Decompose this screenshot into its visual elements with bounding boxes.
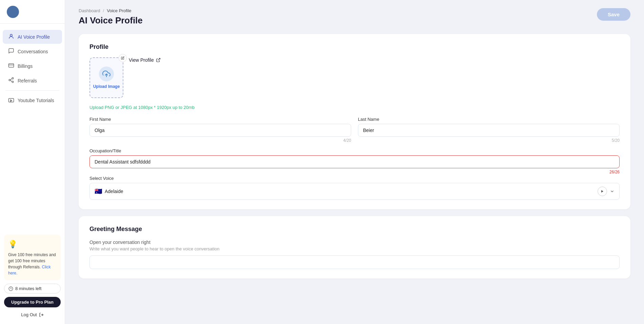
breadcrumb: Dashboard / Voice Profile <box>79 8 630 13</box>
edit-image-button[interactable] <box>119 54 127 62</box>
person-icon <box>8 33 14 40</box>
profile-card: Profile Upload Image <box>79 34 630 209</box>
chat-icon <box>8 48 14 55</box>
sidebar-logo <box>0 0 65 24</box>
share-icon <box>8 77 14 84</box>
greeting-card: Greeting Message Open your conversation … <box>79 216 630 279</box>
breadcrumb-current: Voice Profile <box>107 8 131 13</box>
greeting-hint: Write what you want people to hear to op… <box>89 246 620 251</box>
occupation-input[interactable] <box>89 155 620 168</box>
voice-right <box>598 187 615 196</box>
voice-label: Select Voice <box>89 176 620 181</box>
sidebar-item-label: Youtube Tutorials <box>18 98 54 103</box>
promo-card: 💡 Give 100 free minutes and get 100 free… <box>4 234 61 280</box>
first-name-label: First Name <box>89 117 351 122</box>
voice-flag: 🇦🇺 <box>95 188 102 195</box>
occupation-char-count: 26/26 <box>89 170 620 174</box>
voice-group: Select Voice 🇦🇺 Adelaide <box>89 176 620 200</box>
greeting-input[interactable] <box>89 255 620 269</box>
play-voice-button[interactable] <box>598 187 607 196</box>
external-link-icon <box>156 58 161 62</box>
voice-name: Adelaide <box>105 189 123 194</box>
time-badge: 8 minutes left <box>4 284 61 293</box>
sidebar-item-label: AI Voice Profile <box>18 34 50 40</box>
sidebar-item-billings[interactable]: Billings <box>3 59 62 73</box>
first-name-input[interactable] <box>89 124 351 137</box>
page-title: AI Voice Profile <box>79 15 630 26</box>
breadcrumb-home[interactable]: Dashboard <box>79 8 100 13</box>
sidebar-item-ai-voice-profile[interactable]: AI Voice Profile <box>3 30 62 44</box>
sidebar-nav: AI Voice Profile Conversations Billings <box>0 24 65 229</box>
save-button[interactable]: Save <box>597 8 630 21</box>
cloud-upload-icon <box>99 66 114 81</box>
voice-left: 🇦🇺 Adelaide <box>95 188 123 195</box>
sidebar-item-label: Conversations <box>18 49 48 54</box>
logout-button[interactable]: Log Out <box>4 311 61 319</box>
svg-rect-1 <box>9 64 14 68</box>
greeting-subtitle: Open your conversation right <box>89 240 620 245</box>
logout-icon <box>39 312 44 317</box>
svg-marker-8 <box>11 100 12 101</box>
last-name-input[interactable] <box>358 124 620 137</box>
last-name-group: Last Name 5/20 <box>358 117 620 143</box>
youtube-icon <box>8 97 14 104</box>
sidebar-bottom: 💡 Give 100 free minutes and get 100 free… <box>0 229 65 324</box>
promo-icon: 💡 <box>8 239 57 250</box>
sidebar-divider <box>5 90 59 91</box>
last-name-label: Last Name <box>358 117 620 122</box>
sidebar-item-conversations[interactable]: Conversations <box>3 44 62 58</box>
svg-line-5 <box>10 80 12 81</box>
chevron-down-icon <box>610 189 615 194</box>
occupation-label: Occupation/Title <box>89 148 620 153</box>
logout-label: Log Out <box>21 312 37 317</box>
time-left-label: 8 minutes left <box>15 286 41 291</box>
name-row: First Name 4/20 Last Name 5/20 <box>89 117 620 143</box>
view-profile-label: View Profile <box>129 57 154 63</box>
first-name-group: First Name 4/20 <box>89 117 351 143</box>
logo-icon <box>7 6 19 18</box>
svg-line-6 <box>10 79 12 80</box>
greeting-card-title: Greeting Message <box>89 226 620 233</box>
first-name-char-count: 4/20 <box>89 138 351 143</box>
svg-line-12 <box>158 58 160 60</box>
view-profile-link[interactable]: View Profile <box>129 57 161 63</box>
svg-point-0 <box>10 34 12 36</box>
sidebar-item-referrals[interactable]: Referrals <box>3 74 62 88</box>
sidebar-item-youtube-tutorials[interactable]: Youtube Tutorials <box>3 93 62 107</box>
breadcrumb-separator: / <box>103 8 104 13</box>
clock-icon <box>8 286 13 291</box>
sidebar: AI Voice Profile Conversations Billings <box>0 0 65 324</box>
wallet-icon <box>8 62 14 70</box>
upgrade-button[interactable]: Upgrade to Pro Plan <box>4 297 61 307</box>
last-name-char-count: 5/20 <box>358 138 620 143</box>
upload-image-box[interactable]: Upload Image <box>89 57 123 98</box>
sidebar-item-label: Billings <box>18 63 33 69</box>
upload-hint: Upload PNG or JPEG at 1080px * 1920px up… <box>89 105 620 110</box>
sidebar-item-label: Referrals <box>18 78 37 83</box>
occupation-group: Occupation/Title 26/26 <box>89 148 620 174</box>
voice-select[interactable]: 🇦🇺 Adelaide <box>89 183 620 200</box>
upload-label: Upload Image <box>93 84 120 89</box>
profile-card-title: Profile <box>89 43 620 51</box>
main-content: Dashboard / Voice Profile AI Voice Profi… <box>65 0 644 324</box>
svg-marker-13 <box>601 190 603 193</box>
profile-image-area: Upload Image View Profile <box>89 57 620 98</box>
